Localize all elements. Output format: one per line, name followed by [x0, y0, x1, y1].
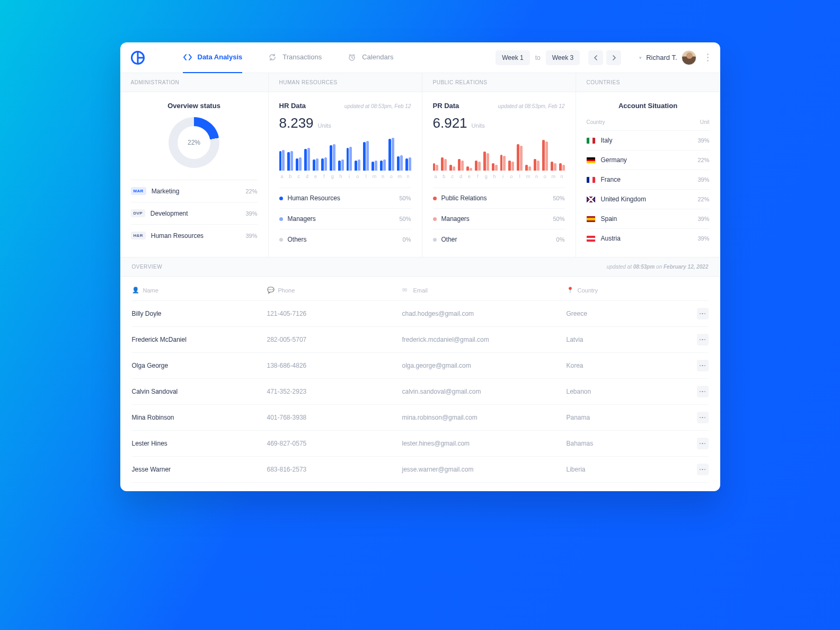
tab-calendars[interactable]: Calendars — [347, 42, 393, 73]
bar — [500, 155, 503, 171]
bar — [466, 166, 469, 171]
columns: Overview status 22% MARMarketing 22% DVP… — [120, 92, 720, 258]
row-actions-button[interactable] — [697, 334, 709, 345]
row-actions-button[interactable] — [697, 386, 709, 397]
bar — [397, 156, 400, 171]
bar — [363, 142, 366, 171]
row-actions-button[interactable] — [697, 412, 709, 423]
bar — [559, 163, 562, 171]
cell-country: Bahamas — [567, 438, 709, 449]
cell-country: Liberia — [567, 464, 709, 475]
app-window: Data Analysis Transactions Calendars Wee… — [120, 42, 720, 491]
code-icon — [183, 52, 192, 62]
bar-label: o — [355, 174, 360, 179]
bar — [287, 152, 290, 171]
user-menu[interactable]: ▾ Richard T. — [639, 50, 696, 65]
legend-pct: 0% — [403, 236, 411, 243]
kebab-menu[interactable] — [707, 54, 709, 61]
bar — [366, 141, 369, 171]
countries-panel: Account Situation Country Unit Italy 39%… — [576, 92, 720, 257]
tab-label: Calendars — [362, 53, 393, 61]
country-name: Italy — [601, 137, 613, 144]
table-row: Billy Doyle 121-405-7126 chad.hodges@gma… — [132, 301, 709, 327]
tab-transactions[interactable]: Transactions — [268, 42, 322, 73]
legend-pct: 0% — [556, 236, 565, 243]
hr-bar-labels: abcdefghiolmnomn — [279, 174, 411, 179]
admin-row: DVPDevelopment 39% — [131, 202, 258, 224]
bar — [508, 161, 511, 171]
bar — [358, 159, 360, 171]
bar-label: c — [449, 174, 455, 179]
cell-email: olga.george@gmail.com — [402, 362, 567, 369]
bar-label: i — [347, 174, 352, 179]
cell-name: Billy Doyle — [132, 310, 267, 317]
bar — [392, 138, 394, 171]
country-pct: 39% — [697, 235, 709, 242]
table-row: Frederick McDaniel 282-005-5707 frederic… — [132, 327, 709, 353]
country-name: Germany — [601, 156, 627, 164]
bar-label: m — [525, 174, 531, 179]
legend-label: Human Resources — [288, 194, 340, 202]
week-to-pill[interactable]: Week 3 — [546, 50, 580, 65]
country-row: Spain 39% — [587, 209, 710, 228]
table-row: Calvin Sandoval 471-352-2923 calvin.sand… — [132, 379, 709, 405]
bar — [349, 147, 352, 171]
bar-label: o — [388, 174, 394, 179]
bar — [299, 157, 302, 171]
prev-button[interactable] — [588, 50, 603, 65]
overview-strip: OVERVIEW updated at 08:53pm on February … — [120, 258, 720, 277]
admin-row: MARMarketing 22% — [131, 180, 258, 202]
bar — [525, 165, 528, 171]
country-pct: 39% — [697, 137, 709, 144]
country-row: Germany 22% — [587, 150, 710, 170]
bar — [495, 165, 498, 171]
tab-data-analysis[interactable]: Data Analysis — [183, 42, 243, 73]
cell-phone: 138-686-4826 — [267, 362, 402, 369]
bar-label: b — [287, 174, 293, 179]
row-actions-button[interactable] — [697, 464, 709, 475]
bar — [483, 152, 486, 171]
chevron-right-icon — [612, 55, 616, 60]
cell-phone: 471-352-2923 — [267, 388, 402, 395]
legend-pct: 50% — [399, 195, 411, 201]
bar — [409, 157, 411, 171]
col-header-countries: COUNTRIES — [576, 73, 720, 92]
admin-row-pct: 39% — [245, 210, 257, 217]
bar — [517, 144, 519, 171]
row-actions-button[interactable] — [697, 308, 709, 320]
admin-row-pct: 22% — [245, 188, 257, 194]
country-name: Austria — [601, 235, 621, 242]
overview-table: 👤Name 💬Phone ✉Email 📍Country Billy Doyle… — [120, 277, 720, 491]
bar — [296, 158, 298, 171]
cell-phone: 282-005-5707 — [267, 336, 402, 343]
next-button[interactable] — [606, 50, 621, 65]
cell-email: lester.hines@gmail.com — [402, 440, 567, 447]
bar — [551, 162, 553, 171]
hr-title: HR Data — [279, 102, 306, 110]
bar-label: o — [508, 174, 514, 179]
bar — [528, 166, 531, 171]
legend-row: Managers 50% — [279, 208, 411, 229]
bar-label: n — [380, 174, 386, 179]
row-actions-button[interactable] — [697, 438, 709, 449]
week-from-pill[interactable]: Week 1 — [496, 50, 529, 65]
country-pct: 39% — [697, 176, 709, 183]
clock-icon — [347, 52, 357, 62]
bar — [324, 157, 327, 171]
hr-value: 8.239 — [279, 115, 314, 131]
flag-icon — [587, 197, 595, 202]
row-actions-button[interactable] — [697, 360, 709, 371]
legend-pct: 50% — [399, 216, 411, 222]
bar — [330, 145, 332, 171]
country-name: Spain — [601, 215, 617, 223]
pin-icon: 📍 — [567, 287, 573, 294]
admin-row-label: Development — [151, 210, 188, 217]
bar-label: d — [304, 174, 310, 179]
hr-unit: Units — [318, 122, 331, 129]
pr-value: 6.921 — [433, 115, 467, 131]
bar — [458, 159, 461, 171]
dot-icon — [279, 217, 283, 221]
bar-label: n — [534, 174, 540, 179]
table-row: Mina Robinson 401-768-3938 mina.robinson… — [132, 405, 709, 431]
bar — [372, 162, 374, 171]
